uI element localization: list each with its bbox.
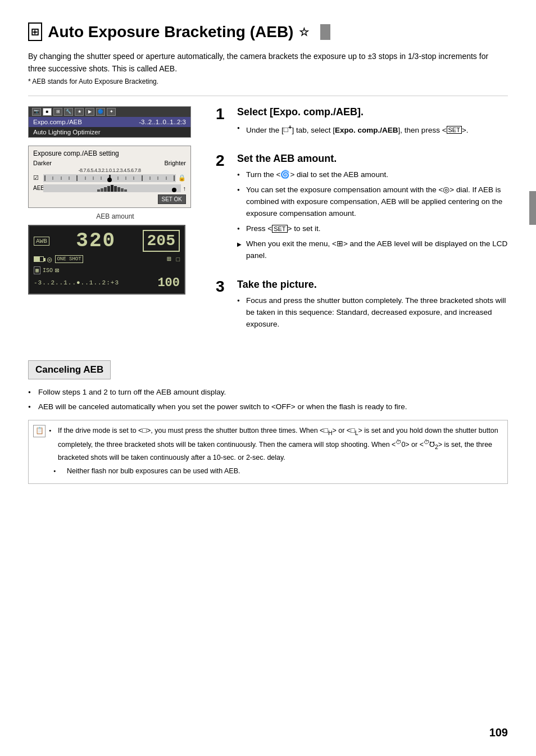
lcd-focus-icon: ◎	[47, 255, 52, 264]
lcd-card-icon: □	[176, 256, 180, 263]
step-2-bullet-1: Turn the <🌀> dial to set the AEB amount.	[237, 169, 508, 181]
step-2-bullet-2: You can set the exposure compensation am…	[237, 184, 508, 220]
step-1-bullet-1: Under the [□+] tab, select [Expo. comp./…	[237, 123, 508, 136]
aeb-bar-row: AEB ↑	[33, 184, 186, 192]
menu-value-expo: -3..2..1..0..1..2:3	[139, 119, 186, 125]
ev-scale-bar	[43, 174, 176, 182]
menu-tab-2: ■	[43, 108, 52, 116]
step-2-bullet-4: When you exit the menu, <⊞> and the AEB …	[237, 238, 508, 262]
step-2-bullets: Turn the <🌀> dial to set the AEB amount.…	[237, 169, 508, 261]
menu-tab-1: 📷	[32, 108, 41, 116]
set-ok-area: SET OK	[33, 194, 186, 204]
menu-tab-4: 🔧	[64, 108, 73, 116]
step-1-bullets: Under the [□+] tab, select [Expo. comp./…	[237, 123, 508, 136]
menu-header: 📷 ■ ⊞ 🔧 ★ ▶ 🔵 ✦	[29, 107, 190, 117]
lcd-icon-row: ◎ ONE SHOT	[34, 255, 83, 264]
left-column: 📷 ■ ⊞ 🔧 ★ ▶ 🔵 ✦ Expo.comp./AEB -3..2..1.…	[28, 106, 202, 347]
set-ok-button: SET OK	[158, 194, 187, 204]
sidebar-accent-bar	[529, 191, 536, 225]
menu-row-optimizer: Auto Lighting Optimizer	[29, 127, 190, 137]
lcd-battery-fill	[34, 257, 40, 261]
note-icon: 📋	[33, 425, 46, 437]
step-1-block: 1 Select [Expo. comp./AEB]. Under the [□…	[216, 106, 508, 139]
note-bullet-1: If the drive mode is set to <□>, you mus…	[49, 425, 501, 464]
step-3-title: Take the picture.	[237, 279, 508, 291]
lcd-shutter-speed: 320	[76, 229, 116, 252]
menu-tab-5: ★	[75, 108, 84, 116]
intro-paragraph: By changing the shutter speed or apertur…	[28, 50, 508, 75]
lcd-right-icons: ⊞ □	[167, 255, 180, 264]
lcd-awb-label: AWB	[34, 236, 49, 245]
scale-numbers: -8.7.6.5.4.3.2.1.0.1.2.3.4.5.6.7.8	[33, 168, 186, 173]
lcd-oneshot-label: ONE SHOT	[55, 255, 83, 263]
aeb-arrow-icon: ↑	[183, 185, 187, 192]
step-2-bullet-3: Press <SET> to set it.	[237, 223, 508, 235]
step-2-content: Set the AEB amount. Turn the <🌀> dial to…	[237, 153, 508, 265]
section-divider	[28, 96, 508, 96]
menu-tab-7: 🔵	[96, 108, 105, 116]
cancel-bullet-1: Follow steps 1 and 2 to turn off the AEB…	[28, 386, 508, 399]
darker-brighter-labels: Darker Brighter	[33, 160, 186, 166]
lcd-awb-text: AWB	[34, 237, 49, 246]
title-icon: ⊞	[28, 22, 42, 41]
menu-row-expo: Expo.comp./AEB -3..2..1..0..1..2:3	[29, 117, 190, 127]
brighter-label: Brighter	[164, 160, 186, 166]
title-star: ☆	[299, 25, 309, 39]
lcd-bottom-row: -3..2..1..●..1..2:+3 100	[34, 276, 180, 290]
lcd-shots-remaining: 100	[157, 276, 180, 290]
menu-tab-8: ✦	[107, 108, 116, 116]
camera-menu-screenshot: 📷 ■ ⊞ 🔧 ★ ▶ 🔵 ✦ Expo.comp./AEB -3..2..1.…	[28, 106, 191, 138]
lcd-iso-bar: ▦	[34, 266, 40, 274]
lcd-scale-text: -3..2..1..●..1..2:+3	[34, 279, 119, 286]
step-1-number: 1	[216, 106, 231, 139]
page-number: 109	[489, 726, 508, 739]
lcd-iso-row: ▦ ISO ⊠	[34, 266, 180, 275]
intro-footnote: * AEB stands for Auto Exposure Bracketin…	[28, 78, 508, 85]
lcd-panel: AWB 320 205 ◎ ONE SHOT ⊞ □ ▦	[28, 225, 185, 295]
step-2-title: Set the AEB amount.	[237, 153, 508, 165]
note-bullets-list: If the drive mode is set to <□>, you mus…	[49, 425, 501, 477]
cancel-bullet-2: AEB will be canceled automatically when …	[28, 401, 508, 413]
step-3-bullet-1: Focus and press the shutter button compl…	[237, 295, 508, 331]
aeb-panel-title: Exposure comp./AEB setting	[33, 150, 186, 157]
canceling-section: Canceling AEB Follow steps 1 and 2 to tu…	[28, 360, 508, 484]
step-1-content: Select [Expo. comp./AEB]. Under the [□+]…	[237, 106, 508, 139]
aeb-setting-panel: Exposure comp./AEB setting Darker Bright…	[28, 146, 191, 208]
aeb-row-icon: AEB	[33, 185, 41, 191]
title-bar-decoration	[320, 24, 330, 40]
darker-label: Darker	[33, 160, 52, 166]
note-box: 📋 If the drive mode is set to <□>, you m…	[28, 420, 508, 485]
step-2-block: 2 Set the AEB amount. Turn the <🌀> dial …	[216, 153, 508, 265]
lcd-aeb-icon: ⊞	[167, 255, 171, 264]
lcd-mid-row: ◎ ONE SHOT ⊞ □	[34, 255, 180, 264]
ev-icon: ☑	[33, 174, 41, 182]
step-3-block: 3 Take the picture. Focus and press the …	[216, 279, 508, 334]
main-content-area: 📷 ■ ⊞ 🔧 ★ ▶ 🔵 ✦ Expo.comp./AEB -3..2..1.…	[28, 106, 508, 347]
page-title: ⊞ Auto Exposure Bracketing (AEB) ☆	[28, 22, 508, 41]
step-3-bullets: Focus and press the shutter button compl…	[237, 295, 508, 331]
lcd-aeb-small-icon: ⊠	[55, 266, 59, 275]
lcd-battery-icon	[34, 256, 44, 262]
step-2-number: 2	[216, 153, 231, 265]
lcd-top-row: AWB 320 205	[34, 229, 180, 252]
note-bullet-2: Neither flash nor bulb exposures can be …	[53, 465, 501, 477]
right-column: 1 Select [Expo. comp./AEB]. Under the [□…	[216, 106, 508, 347]
ev-lock-icon: 🔒	[178, 174, 186, 182]
menu-label-expo: Expo.comp./AEB	[33, 119, 82, 125]
menu-label-optimizer: Auto Lighting Optimizer	[33, 129, 101, 135]
ev-scale-bar-row: ☑	[33, 174, 186, 182]
step-3-number: 3	[216, 279, 231, 334]
aeb-scale-bar	[43, 184, 181, 192]
menu-tab-3: ⊞	[53, 108, 62, 116]
step-3-content: Take the picture. Focus and press the sh…	[237, 279, 508, 334]
lcd-aperture: 205	[143, 230, 180, 252]
menu-tab-6: ▶	[85, 108, 94, 116]
menu-tab-icons: 📷 ■ ⊞ 🔧 ★ ▶ 🔵 ✦	[32, 108, 116, 116]
canceling-header: Canceling AEB	[28, 360, 111, 379]
title-text: Auto Exposure Bracketing (AEB)	[48, 23, 293, 41]
aeb-amount-caption: AEB amount	[28, 212, 202, 220]
lcd-iso-text: ISO	[43, 268, 53, 274]
cancel-bullets-list: Follow steps 1 and 2 to turn off the AEB…	[28, 386, 508, 413]
step-1-title: Select [Expo. comp./AEB].	[237, 106, 508, 118]
